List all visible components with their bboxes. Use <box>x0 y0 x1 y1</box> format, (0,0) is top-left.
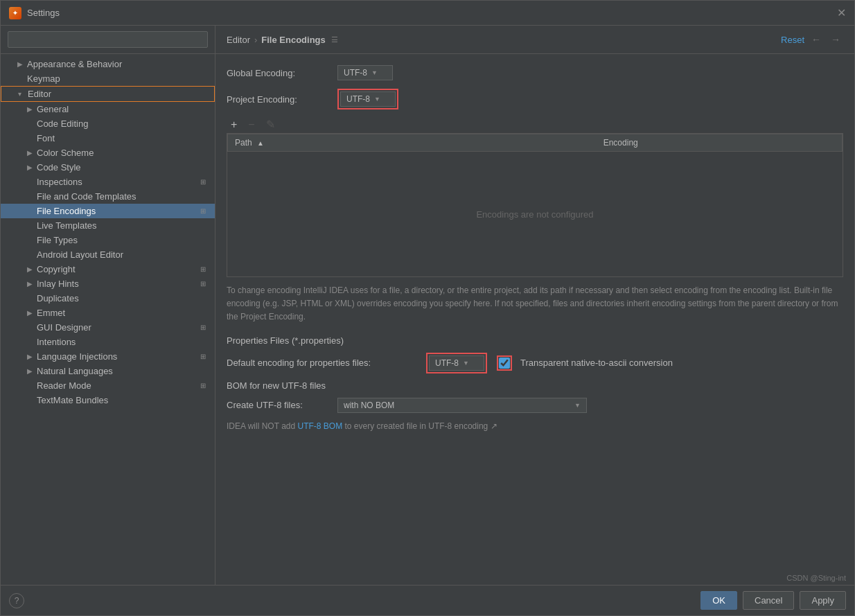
header-actions: Reset ← → <box>781 33 843 46</box>
sidebar-item-label: Inlay Hints <box>37 279 195 289</box>
sidebar-item-file-encodings[interactable]: File Encodings ⊞ <box>1 204 215 218</box>
main-area: ▶ Appearance & Behavior Keymap ▾ Editor … <box>1 26 854 585</box>
sidebar-item-label: Android Layout Editor <box>37 249 208 260</box>
sidebar-item-label: Inspections <box>37 177 195 187</box>
sidebar-item-font[interactable]: Font <box>1 131 215 146</box>
expand-arrow: ▶ <box>27 353 37 360</box>
create-label: Create UTF-8 files: <box>227 400 337 410</box>
sidebar-item-inlay-hints[interactable]: ▶ Inlay Hints ⊞ <box>1 276 215 291</box>
sidebar-item-label: Natural Languages <box>37 366 208 376</box>
expand-arrow: ▶ <box>27 149 37 157</box>
project-encoding-dropdown[interactable]: UTF-8 ▼ <box>340 91 396 107</box>
expand-arrow: ▶ <box>27 367 37 375</box>
edit-path-button[interactable]: ✎ <box>262 118 279 132</box>
sidebar-item-label: File and Code Templates <box>37 191 208 202</box>
remove-path-button[interactable]: − <box>244 118 258 132</box>
project-encoding-row: Project Encoding: UTF-8 ▼ <box>227 89 843 109</box>
expand-arrow: ▶ <box>27 280 37 288</box>
properties-section: Properties Files (*.properties) Default … <box>227 335 843 373</box>
utf8-bom-link[interactable]: UTF-8 BOM <box>297 421 342 431</box>
cancel-button[interactable]: Cancel <box>743 591 794 610</box>
sidebar-item-label: Keymap <box>27 73 208 84</box>
dropdown-arrow: ▼ <box>371 69 378 76</box>
search-bar <box>1 26 215 54</box>
global-encoding-value: UTF-8 <box>344 68 367 78</box>
sidebar-item-editor[interactable]: ▾ Editor <box>1 86 215 102</box>
properties-encoding-wrapper: UTF-8 ▼ <box>426 353 487 373</box>
sidebar-item-keymap[interactable]: Keymap <box>1 71 215 86</box>
sidebar-item-textmate-bundles[interactable]: TextMate Bundles <box>1 393 215 407</box>
global-encoding-dropdown[interactable]: UTF-8 ▼ <box>337 65 393 80</box>
breadcrumb-separator: › <box>254 35 257 45</box>
sidebar-item-label: Duplicates <box>37 293 208 303</box>
project-encoding-wrapper: UTF-8 ▼ <box>337 89 398 109</box>
sidebar-item-intentions[interactable]: Intentions <box>1 335 215 349</box>
expand-arrow: ▶ <box>17 60 27 68</box>
sidebar-item-emmet[interactable]: ▶ Emmet <box>1 306 215 320</box>
sidebar-item-copyright[interactable]: ▶ Copyright ⊞ <box>1 262 215 276</box>
content-panel: Editor › File Encodings ☰ Reset ← → Glob… <box>215 26 854 585</box>
sidebar-item-color-scheme[interactable]: ▶ Color Scheme <box>1 146 215 160</box>
sidebar-item-reader-mode[interactable]: Reader Mode ⊞ <box>1 378 215 393</box>
bom-row: Create UTF-8 files: with NO BOM ▼ <box>227 398 843 413</box>
sidebar-item-label: Font <box>37 133 208 143</box>
sidebar-item-natural-languages[interactable]: ▶ Natural Languages <box>1 364 215 378</box>
transparent-checkbox[interactable] <box>499 358 510 369</box>
properties-encoding-dropdown[interactable]: UTF-8 ▼ <box>429 355 484 371</box>
settings-icon: ⊞ <box>198 352 208 362</box>
properties-row: Default encoding for properties files: U… <box>227 353 843 373</box>
sidebar-item-appearance[interactable]: ▶ Appearance & Behavior <box>1 57 215 71</box>
sidebar-item-language-injections[interactable]: ▶ Language Injections ⊞ <box>1 349 215 364</box>
add-path-button[interactable]: + <box>227 118 241 132</box>
sidebar-item-gui-designer[interactable]: GUI Designer ⊞ <box>1 320 215 335</box>
bom-dropdown[interactable]: with NO BOM ▼ <box>337 398 587 413</box>
sidebar-item-label: Appearance & Behavior <box>27 59 208 69</box>
close-button[interactable]: ✕ <box>837 8 846 19</box>
properties-section-title: Properties Files (*.properties) <box>227 335 843 346</box>
sidebar-item-label: File Encodings <box>37 206 195 216</box>
forward-button[interactable]: → <box>828 33 843 46</box>
empty-text: Encodings are not configured <box>476 209 593 220</box>
properties-encoding-value: UTF-8 <box>435 358 459 368</box>
sidebar-item-label: Editor <box>28 89 207 99</box>
bottom-bar: ? OK Cancel Apply <box>1 585 854 615</box>
apply-button[interactable]: Apply <box>800 591 846 610</box>
sidebar-item-file-code-templates[interactable]: File and Code Templates <box>1 189 215 204</box>
expand-arrow: ▾ <box>18 90 28 98</box>
sidebar-item-code-style[interactable]: ▶ Code Style <box>1 160 215 175</box>
path-column-header: Path ▲ <box>228 134 597 152</box>
sidebar-item-general[interactable]: ▶ General <box>1 102 215 116</box>
search-input[interactable] <box>8 31 208 48</box>
global-encoding-label: Global Encoding: <box>227 68 337 78</box>
sidebar-item-inspections[interactable]: Inspections ⊞ <box>1 175 215 189</box>
project-encoding-label: Project Encoding: <box>227 94 337 105</box>
transparent-checkbox-wrapper <box>497 355 512 371</box>
sidebar-item-label: Intentions <box>37 337 208 347</box>
sidebar-item-label: File Types <box>37 235 208 245</box>
watermark: CSDN @Sting-int <box>786 574 846 582</box>
sidebar-item-label: Code Editing <box>37 118 208 129</box>
sidebar-item-label: Color Scheme <box>37 148 208 158</box>
bom-section-title: BOM for new UTF-8 files <box>227 380 843 391</box>
help-button[interactable]: ? <box>9 593 24 608</box>
sidebar-tree: ▶ Appearance & Behavior Keymap ▾ Editor … <box>1 54 215 585</box>
sidebar-item-duplicates[interactable]: Duplicates <box>1 291 215 306</box>
sidebar-item-code-editing[interactable]: Code Editing <box>1 116 215 131</box>
reset-button[interactable]: Reset <box>781 35 804 45</box>
default-encoding-label: Default encoding for properties files: <box>227 358 421 368</box>
back-button[interactable]: ← <box>809 33 824 46</box>
global-encoding-row: Global Encoding: UTF-8 ▼ <box>227 65 843 80</box>
sidebar-item-label: Live Templates <box>37 220 208 231</box>
sidebar-item-live-templates[interactable]: Live Templates <box>1 218 215 233</box>
sort-arrow: ▲ <box>257 139 264 147</box>
ok-button[interactable]: OK <box>700 591 737 610</box>
sidebar-item-label: GUI Designer <box>37 322 195 333</box>
idea-note: IDEA will NOT add UTF-8 BOM to every cre… <box>227 421 843 431</box>
sidebar-item-file-types[interactable]: File Types <box>1 233 215 247</box>
encodings-table-container: Path ▲ Encoding Encodings are not config… <box>227 133 843 277</box>
sidebar-item-android-layout-editor[interactable]: Android Layout Editor <box>1 247 215 262</box>
title-bar: ✦ Settings ✕ <box>1 1 854 26</box>
sidebar-item-label: Copyright <box>37 264 195 274</box>
sidebar-item-label: Reader Mode <box>37 380 195 391</box>
expand-arrow: ▶ <box>27 265 37 273</box>
